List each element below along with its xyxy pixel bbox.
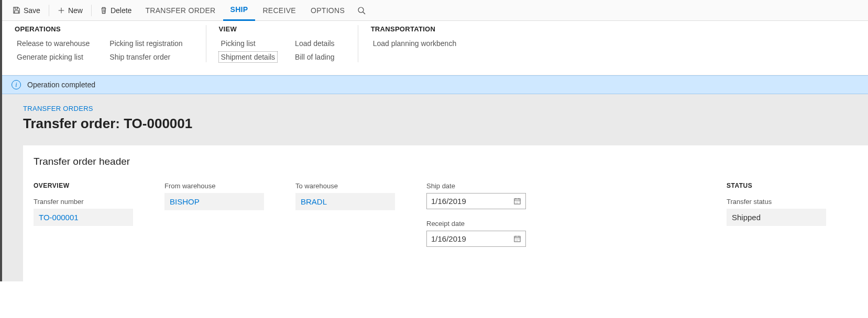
- new-button[interactable]: New: [51, 0, 89, 21]
- action-pane: Save New Delete TRANSFER ORDER SHIP RECE…: [2, 0, 868, 21]
- tab-transfer-order[interactable]: TRANSFER ORDER: [138, 0, 223, 21]
- load-planning-workbench[interactable]: Load planning workbench: [371, 38, 459, 49]
- ship-ribbon: OPERATIONS Release to warehouse Generate…: [2, 21, 868, 75]
- header-fields: OVERVIEW Transfer number TO-000001 From …: [34, 182, 858, 247]
- receipt-date-value: 1/16/2019: [431, 234, 466, 243]
- receipt-date-input[interactable]: 1/16/2019: [426, 231, 526, 247]
- ribbon-group-operations: OPERATIONS Release to warehouse Generate…: [15, 25, 206, 62]
- receipt-date-label: Receipt date: [426, 220, 526, 228]
- from-warehouse-label: From warehouse: [164, 182, 264, 190]
- separator: [49, 5, 49, 16]
- ribbon-title: TRANSPORTATION: [371, 25, 459, 33]
- search-button[interactable]: [352, 0, 374, 21]
- to-warehouse-value[interactable]: BRADL: [295, 193, 395, 210]
- to-warehouse-block: To warehouse BRADL: [295, 182, 395, 247]
- status-block: STATUS Transfer status Shipped: [727, 182, 826, 247]
- tab-receive[interactable]: RECEIVE: [255, 0, 303, 21]
- load-details[interactable]: Load details: [293, 38, 337, 49]
- save-button[interactable]: Save: [6, 0, 47, 21]
- ribbon-group-view: VIEW Picking list Shipment details Load …: [219, 25, 358, 62]
- overview-block: OVERVIEW Transfer number TO-000001: [34, 182, 133, 247]
- from-warehouse-block: From warehouse BISHOP: [164, 182, 264, 247]
- tab-ship[interactable]: SHIP: [223, 0, 256, 21]
- delete-label: Delete: [111, 6, 131, 15]
- bill-of-lading[interactable]: Bill of lading: [293, 52, 337, 62]
- card-title: Transfer order header: [34, 156, 858, 167]
- separator: [91, 5, 92, 16]
- header-card: Transfer order header OVERVIEW Transfer …: [23, 145, 868, 281]
- new-label: New: [68, 6, 83, 15]
- notification-bar: i Operation completed: [2, 75, 868, 94]
- generate-picking-list[interactable]: Generate picking list: [15, 52, 92, 62]
- tab-options[interactable]: OPTIONS: [303, 0, 352, 21]
- status-section-label: STATUS: [727, 182, 826, 189]
- notification-message: Operation completed: [27, 81, 95, 89]
- picking-list-registration[interactable]: Picking list registration: [107, 38, 184, 49]
- delete-button[interactable]: Delete: [94, 0, 138, 21]
- ribbon-group-transportation: TRANSPORTATION Load planning workbench: [371, 25, 480, 62]
- page-body: TRANSFER ORDERS Transfer order: TO-00000…: [2, 94, 868, 281]
- transfer-number-value[interactable]: TO-000001: [34, 209, 133, 226]
- save-label: Save: [24, 6, 40, 15]
- ribbon-title: VIEW: [219, 25, 337, 33]
- dates-block: Ship date 1/16/2019 Receipt date 1/16/20…: [426, 182, 526, 247]
- shipment-details[interactable]: Shipment details: [219, 52, 278, 62]
- trash-icon: [100, 6, 107, 14]
- ship-transfer-order[interactable]: Ship transfer order: [107, 52, 184, 62]
- calendar-icon[interactable]: [513, 235, 521, 243]
- search-icon: [357, 6, 366, 15]
- ribbon-title: OPERATIONS: [15, 25, 185, 33]
- info-icon: i: [12, 80, 21, 89]
- page-title: Transfer order: TO-000001: [23, 116, 868, 132]
- transfer-number-label: Transfer number: [34, 198, 133, 206]
- transfer-status-label: Transfer status: [727, 198, 826, 206]
- ship-date-input[interactable]: 1/16/2019: [426, 193, 526, 209]
- svg-point-0: [358, 7, 364, 13]
- ship-date-label: Ship date: [426, 182, 526, 190]
- from-warehouse-value[interactable]: BISHOP: [164, 193, 264, 210]
- release-to-warehouse[interactable]: Release to warehouse: [15, 38, 92, 49]
- transfer-status-value: Shipped: [727, 209, 826, 226]
- breadcrumb[interactable]: TRANSFER ORDERS: [23, 105, 868, 112]
- plus-icon: [58, 7, 65, 14]
- picking-list[interactable]: Picking list: [219, 38, 278, 49]
- overview-section-label: OVERVIEW: [34, 182, 133, 189]
- calendar-icon[interactable]: [513, 197, 521, 205]
- ship-date-value: 1/16/2019: [431, 197, 466, 206]
- to-warehouse-label: To warehouse: [295, 182, 395, 190]
- save-icon: [13, 6, 20, 14]
